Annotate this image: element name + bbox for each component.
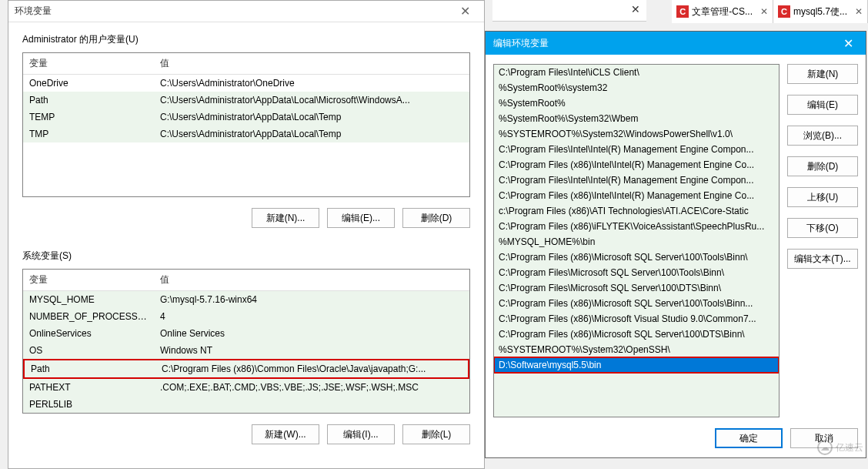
var-name: OS (23, 343, 154, 357)
list-item[interactable]: C:\Program Files (x86)\Intel\Intel(R) Ma… (494, 157, 779, 173)
list-item[interactable]: C:\Program Files (x86)\iFLYTEK\VoiceAssi… (494, 219, 779, 234)
var-name: Path (25, 362, 155, 376)
new-button[interactable]: 新建(N) (787, 64, 858, 84)
var-value: C:\Program Files (x86)\Common Files\Orac… (155, 362, 468, 376)
var-name: NUMBER_OF_PROCESSORS (23, 310, 154, 323)
edit-user-var-button[interactable]: 编辑(E)... (327, 208, 395, 228)
user-vars-label: Administrator 的用户变量(U) (8, 22, 484, 51)
list-item[interactable]: %SystemRoot%\system32 (494, 80, 779, 95)
list-item[interactable]: C:\Program Files\Intel\Intel(R) Manageme… (494, 142, 779, 157)
var-value: C:\Users\Administrator\AppData\Local\Tem… (154, 110, 469, 124)
table-row[interactable]: TEMPC:\Users\Administrator\AppData\Local… (23, 109, 469, 126)
browser-tab[interactable]: C mysql5.7使... ✕ (773, 0, 868, 23)
browser-tab[interactable]: C 文章管理-CS... ✕ (672, 0, 773, 23)
tab-favicon: C (676, 5, 689, 18)
delete-user-var-button[interactable]: 删除(D) (402, 208, 470, 228)
var-value: G:\mysql-5.7.16-winx64 (154, 293, 469, 307)
edit-env-var-dialog: 编辑环境变量 ✕ C:\Program Files\Intel\iCLS Cli… (485, 31, 866, 458)
var-name: OnlineServices (23, 327, 154, 340)
table-row[interactable]: OSWindows NT (23, 342, 469, 359)
tab-favicon: C (778, 5, 790, 18)
table-row[interactable]: PATHEXT.COM;.EXE;.BAT;.CMD;.VBS;.VBE;.JS… (23, 379, 469, 396)
list-item[interactable]: %MYSQL_HOME%\bin (494, 234, 779, 250)
table-row[interactable]: MYSQL_HOMEG:\mysql-5.7.16-winx64 (23, 291, 469, 308)
dialog-title: 编辑环境变量 (493, 37, 839, 50)
path-listbox[interactable]: C:\Program Files\Intel\iCLS Client\%Syst… (493, 64, 780, 417)
cloud-icon: ☁ (817, 440, 833, 455)
sys-vars-label: 系统变量(S) (8, 239, 484, 267)
list-item[interactable]: D:\Software\mysql5.5\bin (494, 357, 779, 373)
table-row[interactable]: OnlineServicesOnline Services (23, 325, 469, 342)
close-icon[interactable]: ✕ (855, 6, 863, 17)
table-row[interactable]: OneDriveC:\Users\Administrator\OneDrive (23, 75, 469, 92)
var-value: C:\Users\Administrator\AppData\Local\Mic… (154, 93, 469, 107)
var-name: TEMP (23, 110, 154, 124)
new-sys-var-button[interactable]: 新建(W)... (252, 424, 319, 444)
close-icon[interactable]: ✕ (631, 3, 640, 15)
list-item[interactable]: C:\Program Files (x86)\Intel\Intel(R) Ma… (494, 188, 779, 203)
user-vars-table[interactable]: 变量 值 OneDriveC:\Users\Administrator\OneD… (22, 52, 470, 197)
close-icon[interactable]: ✕ (760, 6, 768, 17)
var-value (154, 397, 469, 411)
edit-text-button[interactable]: 编辑文本(T)... (787, 249, 858, 269)
list-item[interactable]: %SYSTEMROOT%\System32\WindowsPowerShell\… (494, 126, 779, 142)
tab-label: 文章管理-CS... (692, 5, 753, 18)
table-row[interactable]: PathC:\Users\Administrator\AppData\Local… (23, 92, 469, 109)
edit-sys-var-button[interactable]: 编辑(I)... (327, 424, 395, 444)
browse-button[interactable]: 浏览(B)... (787, 126, 858, 146)
table-row[interactable]: PathC:\Program Files (x86)\Common Files\… (23, 359, 469, 379)
new-user-var-button[interactable]: 新建(N)... (252, 208, 319, 228)
env-vars-dialog: 环境变量 ✕ Administrator 的用户变量(U) 变量 值 OneDr… (8, 0, 485, 469)
var-value: C:\Users\Administrator\OneDrive (154, 76, 469, 90)
close-icon[interactable]: ✕ (839, 36, 858, 51)
var-name: Path (23, 93, 154, 107)
col-header-var[interactable]: 变量 (23, 53, 154, 74)
list-item[interactable]: C:\Program Files\Intel\iCLS Client\ (494, 65, 779, 80)
ok-button[interactable]: 确定 (715, 428, 783, 448)
list-item[interactable]: C:\Program Files\Microsoft SQL Server\10… (494, 280, 779, 296)
list-item[interactable]: C:\Program Files (x86)\Microsoft SQL Ser… (494, 296, 779, 311)
list-item[interactable]: C:\Program Files\Microsoft SQL Server\10… (494, 265, 779, 280)
table-row[interactable]: PERL5LIB (23, 396, 469, 413)
var-value: Windows NT (154, 343, 469, 357)
watermark: ☁ 亿速云 (817, 440, 863, 455)
var-value: C:\Users\Administrator\AppData\Local\Tem… (154, 127, 469, 141)
delete-sys-var-button[interactable]: 删除(L) (402, 424, 470, 444)
col-header-val[interactable]: 值 (154, 270, 469, 290)
var-name: OneDrive (23, 76, 154, 90)
table-row[interactable]: NUMBER_OF_PROCESSORS4 (23, 308, 469, 325)
list-item[interactable]: C:\Program Files\Intel\Intel(R) Manageme… (494, 173, 779, 188)
move-up-button[interactable]: 上移(U) (787, 187, 858, 207)
tab-label: mysql5.7使... (793, 5, 847, 18)
var-name: MYSQL_HOME (23, 293, 154, 307)
titlebar[interactable]: 环境变量 ✕ (8, 1, 484, 22)
browser-tabs: C 文章管理-CS... ✕ C mysql5.7使... ✕ (672, 0, 868, 23)
dialog-title: 环境变量 (15, 5, 452, 18)
list-item[interactable]: C:\Program Files (x86)\Microsoft Visual … (494, 311, 779, 327)
list-item[interactable]: c:\Program Files (x86)\ATI Technologies\… (494, 203, 779, 219)
sys-vars-table[interactable]: 变量 值 MYSQL_HOMEG:\mysql-5.7.16-winx64NUM… (22, 269, 470, 414)
delete-button[interactable]: 删除(D) (787, 156, 858, 176)
var-name: PERL5LIB (23, 397, 154, 411)
var-name: PATHEXT (23, 380, 154, 394)
list-item[interactable]: %SYSTEMROOT%\System32\OpenSSH\ (494, 342, 779, 357)
col-header-val[interactable]: 值 (154, 53, 469, 74)
var-value: .COM;.EXE;.BAT;.CMD;.VBS;.VBE;.JS;.JSE;.… (154, 380, 469, 394)
list-item[interactable]: %SystemRoot% (494, 95, 779, 111)
list-item[interactable]: C:\Program Files (x86)\Microsoft SQL Ser… (494, 250, 779, 265)
move-down-button[interactable]: 下移(O) (787, 218, 858, 238)
var-value: 4 (154, 310, 469, 323)
titlebar[interactable]: 编辑环境变量 ✕ (486, 32, 866, 55)
var-value: Online Services (154, 327, 469, 340)
close-icon[interactable]: ✕ (452, 4, 478, 18)
table-row[interactable]: TMPC:\Users\Administrator\AppData\Local\… (23, 126, 469, 142)
edit-button[interactable]: 编辑(E) (787, 95, 858, 115)
list-item[interactable]: %SystemRoot%\System32\Wbem (494, 111, 779, 126)
var-name: TMP (23, 127, 154, 141)
col-header-var[interactable]: 变量 (23, 270, 154, 290)
list-item[interactable]: C:\Program Files (x86)\Microsoft SQL Ser… (494, 327, 779, 342)
